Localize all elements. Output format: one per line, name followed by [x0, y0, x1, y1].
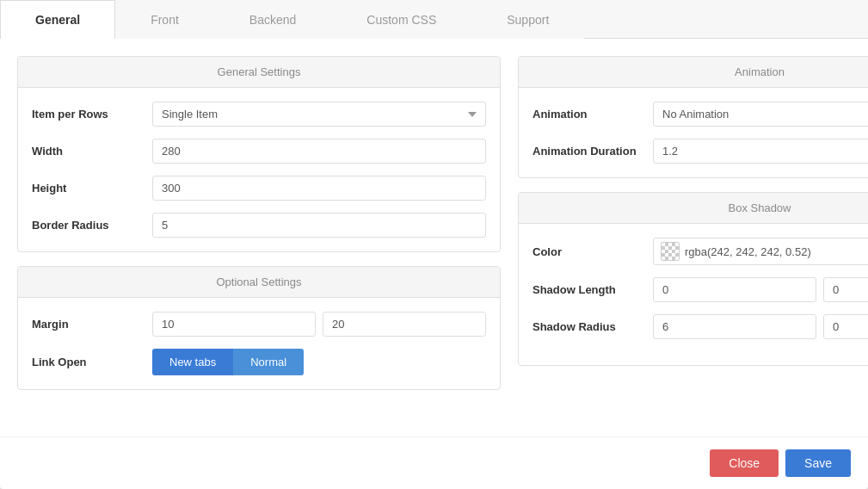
- box-shadow-body: Color rgba(242, 242, 242, 0.52) Shadow L…: [519, 224, 868, 365]
- margin-input-1[interactable]: [152, 312, 316, 337]
- optional-settings-header: Optional Settings: [18, 267, 500, 298]
- animation-header: Animation: [519, 57, 868, 88]
- animation-row: Animation No Animation Fade Slide Zoom: [532, 102, 868, 127]
- height-input[interactable]: [152, 176, 486, 201]
- item-per-rows-label: Item per Rows: [32, 108, 152, 121]
- animation-label: Animation: [532, 108, 653, 121]
- shadow-radius-label: Shadow Radius: [532, 320, 653, 333]
- optional-settings-body: Margin Link Open New tabs Normal: [18, 298, 500, 389]
- border-radius-input[interactable]: [152, 213, 486, 238]
- link-open-label: Link Open: [32, 356, 152, 368]
- save-button[interactable]: Save: [785, 449, 851, 477]
- animation-duration-row: Animation Duration: [532, 139, 868, 164]
- border-radius-row: Border Radius: [32, 213, 486, 238]
- normal-button[interactable]: Normal: [233, 349, 304, 375]
- modal-container: General Front Backend Custom CSS Support…: [0, 0, 868, 489]
- animation-body: Animation No Animation Fade Slide Zoom A…: [519, 88, 868, 177]
- shadow-radius-input-1[interactable]: [653, 314, 816, 339]
- tab-general[interactable]: General: [0, 0, 115, 39]
- shadow-length-input-2[interactable]: [823, 277, 868, 302]
- new-tabs-button[interactable]: New tabs: [152, 349, 233, 375]
- optional-settings-box: Optional Settings Margin Link Open: [17, 266, 501, 390]
- shadow-radius-row: Shadow Radius: [532, 314, 868, 339]
- margin-inputs: [152, 312, 486, 337]
- shadow-length-label: Shadow Length: [532, 283, 653, 296]
- width-row: Width: [32, 139, 486, 164]
- tab-backend[interactable]: Backend: [214, 0, 331, 39]
- animation-select[interactable]: No Animation Fade Slide Zoom: [653, 102, 868, 127]
- tab-support[interactable]: Support: [471, 0, 584, 39]
- close-button[interactable]: Close: [710, 449, 779, 477]
- shadow-radius-input-2[interactable]: [823, 314, 868, 339]
- color-swatch: [661, 242, 680, 261]
- height-row: Height: [32, 176, 486, 201]
- margin-row: Margin: [32, 312, 486, 337]
- animation-duration-label: Animation Duration: [532, 145, 653, 158]
- right-panel: Animation Animation No Animation Fade Sl…: [518, 56, 868, 419]
- box-shadow-header: Box Shadow: [519, 193, 868, 224]
- tabs-bar: General Front Backend Custom CSS Support: [0, 0, 868, 39]
- shadow-length-inputs: [653, 277, 868, 302]
- margin-input-2[interactable]: [323, 312, 486, 337]
- color-value: rgba(242, 242, 242, 0.52): [685, 245, 811, 258]
- shadow-radius-inputs: [653, 314, 868, 339]
- animation-duration-input[interactable]: [653, 139, 868, 164]
- general-settings-box: General Settings Item per Rows Single It…: [17, 56, 501, 252]
- width-label: Width: [32, 145, 152, 158]
- general-settings-body: Item per Rows Single Item 2 Items 3 Item…: [18, 88, 500, 251]
- shadow-length-row: Shadow Length: [532, 277, 868, 302]
- shadow-length-input-1[interactable]: [653, 277, 816, 302]
- animation-box: Animation Animation No Animation Fade Sl…: [518, 56, 868, 178]
- link-open-btn-group: New tabs Normal: [152, 349, 304, 375]
- color-input-wrapper[interactable]: rgba(242, 242, 242, 0.52): [653, 238, 868, 265]
- left-panel: General Settings Item per Rows Single It…: [17, 56, 501, 419]
- item-per-rows-row: Item per Rows Single Item 2 Items 3 Item…: [32, 102, 486, 127]
- tab-custom-css[interactable]: Custom CSS: [331, 0, 471, 39]
- margin-label: Margin: [32, 318, 152, 331]
- main-content: General Settings Item per Rows Single It…: [0, 39, 868, 436]
- width-input[interactable]: [152, 139, 486, 164]
- color-label: Color: [532, 245, 653, 258]
- border-radius-label: Border Radius: [32, 219, 152, 232]
- tab-front[interactable]: Front: [115, 0, 214, 39]
- color-row: Color rgba(242, 242, 242, 0.52): [532, 238, 868, 265]
- box-shadow-box: Box Shadow Color rgba(242, 242, 242, 0.5…: [518, 192, 868, 366]
- item-per-rows-select[interactable]: Single Item 2 Items 3 Items 4 Items: [152, 102, 486, 127]
- link-open-row: Link Open New tabs Normal: [32, 349, 486, 375]
- footer: Close Save: [0, 436, 868, 489]
- height-label: Height: [32, 182, 152, 195]
- general-settings-header: General Settings: [18, 57, 500, 88]
